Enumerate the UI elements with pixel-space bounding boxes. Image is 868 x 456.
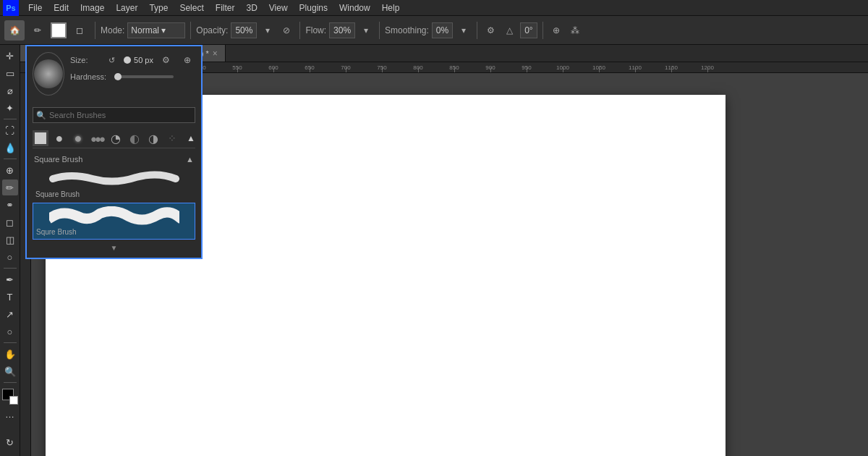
size-value: 50 px — [128, 56, 153, 64]
size-reset-icon[interactable]: ↺ — [103, 52, 119, 68]
menu-file[interactable]: File — [23, 1, 47, 14]
menu-window[interactable]: Window — [334, 1, 375, 14]
brush-tool[interactable]: ✏ — [2, 180, 18, 195]
tool-divider-2 — [4, 159, 17, 159]
hardness-slider[interactable] — [114, 75, 174, 78]
scroll-down-button[interactable]: ▼ — [111, 244, 118, 252]
brush-type-scatter-icon[interactable]: ⁘ — [164, 130, 180, 146]
opacity-label: Opacity: — [196, 25, 228, 35]
brush-preview — [33, 52, 64, 96]
menu-filter[interactable]: Filter — [210, 1, 240, 14]
separator-3 — [299, 22, 300, 39]
select-rect-tool[interactable]: ▭ — [2, 65, 18, 81]
flow-value[interactable]: 30% — [329, 22, 355, 38]
search-brushes-input[interactable] — [33, 107, 195, 123]
size-settings-icon[interactable]: ⚙ — [158, 52, 174, 68]
separator-1 — [95, 22, 95, 39]
hardness-thumb[interactable] — [114, 73, 122, 80]
menu-type[interactable]: Type — [144, 1, 173, 14]
eyedropper-tool[interactable]: 💧 — [2, 140, 18, 156]
extra-icon[interactable]: ⁂ — [567, 22, 583, 38]
brush-type-5-icon[interactable]: ◐ — [127, 130, 142, 146]
crop-tool[interactable]: ⛶ — [2, 122, 18, 138]
color-swatches[interactable] — [2, 389, 18, 405]
separator-5 — [477, 22, 477, 39]
tool-divider-4 — [4, 342, 17, 343]
brush-list: Square Brush ▲ Square Brush Squre Brush — [33, 153, 195, 241]
mode-label: Mode: — [101, 25, 124, 35]
mode-dropdown[interactable]: Normal ▾ — [127, 22, 185, 38]
menu-view[interactable]: View — [264, 1, 293, 14]
separator-2 — [190, 22, 191, 39]
tab-close-button[interactable]: × — [213, 48, 218, 59]
menu-select[interactable]: Select — [174, 1, 208, 14]
more-tools[interactable]: … — [2, 406, 18, 422]
menu-help[interactable]: Help — [377, 1, 405, 14]
dodge-tool[interactable]: ○ — [2, 249, 18, 265]
brush-stroke-1 — [35, 169, 192, 189]
background-color[interactable] — [9, 396, 18, 405]
symmetry-icon[interactable]: ⊕ — [548, 22, 564, 38]
smoothing-chevron-icon[interactable]: ▾ — [456, 22, 472, 38]
menu-3d[interactable]: 3D — [241, 1, 262, 14]
brush-type-6-icon[interactable]: ◑ — [145, 130, 161, 146]
menu-bar: Ps File Edit Image Layer Type Select Fil… — [0, 0, 868, 16]
tool-divider-5 — [4, 382, 17, 383]
lasso-tool[interactable]: ⌀ — [2, 83, 18, 98]
brush-color-swatch[interactable] — [51, 22, 67, 38]
gradient-tool[interactable]: ◫ — [2, 232, 18, 248]
size-label: Size: — [70, 56, 99, 64]
mode-value: Normal — [131, 25, 159, 35]
menu-layer[interactable]: Layer — [111, 1, 142, 14]
brush-item-2[interactable]: Squre Brush — [33, 203, 195, 240]
size-control: Size: ↺ 50 px ⚙ — [70, 52, 174, 68]
settings-icon[interactable]: ⚙ — [482, 22, 498, 38]
brush-group-collapse-icon[interactable]: ▲ — [186, 155, 194, 164]
brush-type-soft-icon[interactable]: ● — [70, 130, 86, 146]
flow-label: Flow: — [305, 25, 326, 35]
stroke-svg-2 — [49, 206, 179, 227]
menu-edit[interactable]: Edit — [48, 1, 74, 14]
separator-4 — [379, 22, 380, 39]
tool-divider-1 — [4, 119, 17, 119]
brush-type-round-icon[interactable]: ● — [51, 130, 67, 146]
options-toolbar: 🏠 ✏ ◻ Mode: Normal ▾ Opacity: 50% ▾ ⊘ Fl… — [0, 16, 868, 45]
magic-wand-tool[interactable]: ✦ — [2, 100, 18, 116]
flow-chevron-icon[interactable]: ▾ — [358, 22, 374, 38]
eraser-tool[interactable]: ◻ — [2, 214, 18, 230]
erase-mode-button[interactable]: ◻ — [69, 20, 90, 41]
brush-group-square[interactable]: Square Brush ▲ — [33, 153, 195, 166]
brush-name-1: Square Brush — [35, 190, 192, 198]
pressure-opacity-icon[interactable]: ⊘ — [278, 22, 294, 38]
spot-heal-tool[interactable]: ⊕ — [2, 162, 18, 178]
hand-tool[interactable]: ✋ — [2, 346, 18, 362]
add-brush-icon[interactable]: ⊕ — [179, 52, 195, 68]
smoothing-value[interactable]: 0% — [432, 22, 453, 38]
pen-tool[interactable]: ✒ — [2, 271, 18, 287]
opacity-value[interactable]: 50% — [231, 22, 257, 38]
shape-tool[interactable]: ○ — [2, 324, 18, 339]
path-select-tool[interactable]: ↗ — [2, 306, 18, 322]
zoom-tool[interactable]: 🔍 — [2, 363, 18, 379]
search-brushes-wrap: 🔍 — [33, 107, 195, 123]
brush-type-4-icon[interactable]: ◔ — [108, 130, 124, 146]
move-tool[interactable]: ✛ — [2, 48, 18, 64]
angle-icon[interactable]: △ — [501, 22, 517, 38]
menu-plugins[interactable]: Plugins — [294, 1, 333, 14]
search-icon: 🔍 — [36, 111, 46, 120]
rotate-view-tool[interactable]: ↻ — [2, 434, 18, 450]
brush-tool-button[interactable]: ✏ — [27, 20, 48, 41]
text-tool[interactable]: T — [2, 289, 18, 305]
clone-tool[interactable]: ⚭ — [2, 197, 18, 213]
left-tools-panel: ✛ ▭ ⌀ ✦ ⛶ 💧 ⊕ ✏ ⚭ ◻ ◫ ○ ✒ T ↗ ○ ✋ 🔍 … ↻ — [0, 45, 20, 456]
opacity-chevron-icon[interactable]: ▾ — [260, 22, 276, 38]
brush-item-1[interactable]: Square Brush — [33, 166, 195, 201]
menu-image[interactable]: Image — [75, 1, 109, 14]
home-button[interactable]: 🏠 — [4, 20, 25, 41]
scroll-up-top[interactable]: ▲ — [187, 133, 195, 143]
brush-panel: Size: ↺ 50 px ⚙ Hardness: ⊕ 🔍 — [25, 45, 203, 259]
angle-value[interactable]: 0° — [520, 22, 537, 38]
size-thumb[interactable] — [124, 56, 131, 64]
brush-type-3-icon[interactable]: ●●● — [89, 130, 105, 146]
brush-type-square-icon[interactable] — [33, 130, 48, 146]
